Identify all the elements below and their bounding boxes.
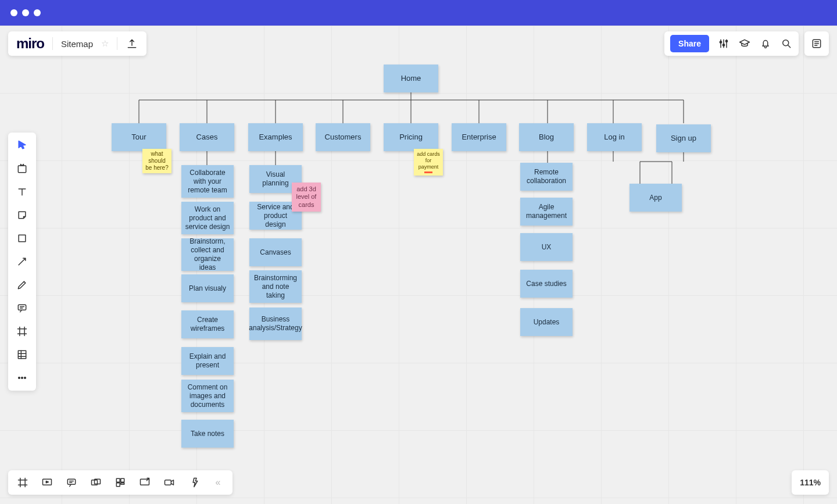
card-examples[interactable]: Examples [248, 123, 303, 151]
text-tool[interactable] [15, 185, 29, 199]
app-logo[interactable]: miro [16, 35, 44, 52]
shape-tool[interactable] [15, 231, 29, 245]
export-icon[interactable] [126, 37, 138, 50]
board-title[interactable]: Sitemap [61, 39, 93, 49]
card-customers[interactable]: Customers [316, 123, 370, 151]
cards-icon[interactable] [90, 476, 102, 489]
card-pricing[interactable]: Pricing [384, 123, 438, 151]
screen-share-icon[interactable] [138, 476, 151, 489]
card-app[interactable]: App [629, 184, 682, 212]
svg-point-30 [24, 377, 26, 379]
svg-rect-32 [67, 479, 75, 484]
svg-rect-35 [116, 478, 120, 482]
traffic-light-minimize[interactable] [22, 9, 29, 16]
card-blog-0[interactable]: Remote collaboration [520, 163, 573, 191]
zoom-level[interactable]: 111% [792, 470, 829, 495]
traffic-light-zoom[interactable] [34, 9, 41, 16]
pen-tool[interactable] [15, 278, 29, 292]
card-cases-5[interactable]: Explain and present [181, 347, 234, 375]
frame-tool[interactable] [15, 324, 29, 338]
window-chrome [0, 0, 837, 26]
toolbar [8, 133, 36, 391]
note-pricing[interactable]: add cards for payment [414, 149, 443, 176]
select-tool[interactable] [15, 138, 29, 152]
share-button[interactable]: Share [670, 35, 709, 52]
svg-rect-38 [121, 483, 124, 485]
star-icon[interactable]: ☆ [101, 38, 109, 49]
search-icon[interactable] [780, 37, 793, 50]
svg-rect-26 [18, 305, 26, 310]
card-login[interactable]: Log in [587, 123, 642, 151]
learn-icon[interactable] [738, 37, 751, 50]
note-text: add cards for payment [416, 151, 441, 170]
card-blog-3[interactable]: Case studies [520, 270, 573, 298]
board-header: miro Sitemap ☆ [8, 31, 146, 56]
divider [117, 37, 117, 50]
card-cases-0[interactable]: Collaborate with your remote team [181, 165, 234, 198]
svg-rect-40 [165, 480, 171, 485]
table-tool[interactable] [15, 348, 29, 362]
card-cases-3[interactable]: Plan visualy [181, 274, 234, 302]
line-tool[interactable] [15, 255, 29, 269]
note-tag [424, 171, 432, 173]
note-text: what should be here? [145, 151, 169, 171]
template-tool[interactable] [15, 162, 29, 176]
activity-icon[interactable] [187, 476, 200, 489]
note-text: add 3d level of cards [294, 185, 319, 209]
traffic-light-close[interactable] [10, 9, 17, 16]
svg-rect-37 [116, 483, 120, 487]
svg-point-19 [720, 41, 721, 43]
canvas[interactable] [0, 26, 837, 504]
card-cases[interactable]: Cases [180, 123, 234, 151]
chat-icon[interactable] [65, 476, 78, 489]
svg-point-21 [725, 40, 727, 42]
card-cases-4[interactable]: Create wireframes [181, 310, 234, 338]
divider [52, 37, 53, 50]
card-examples-2[interactable]: Canvases [249, 238, 302, 266]
card-home[interactable]: Home [384, 65, 438, 92]
card-tour[interactable]: Tour [112, 123, 166, 151]
card-cases-2[interactable]: Brainstorm, collect and organize ideas [181, 238, 234, 271]
svg-rect-27 [18, 351, 26, 358]
card-cases-7[interactable]: Take notes [181, 420, 234, 448]
card-examples-3[interactable]: Brainstorming and note taking [249, 270, 302, 303]
card-blog-4[interactable]: Updates [520, 308, 573, 336]
card-blog[interactable]: Blog [519, 123, 574, 151]
frames-icon[interactable] [16, 476, 29, 489]
svg-point-28 [19, 377, 20, 379]
svg-rect-36 [121, 478, 124, 482]
note-examples[interactable]: add 3d level of cards [292, 183, 321, 212]
more-tools[interactable] [15, 371, 29, 385]
svg-point-20 [722, 44, 724, 46]
settings-icon[interactable] [717, 37, 730, 50]
present-icon[interactable] [41, 476, 53, 489]
card-signup[interactable]: Sign up [656, 124, 711, 152]
svg-rect-24 [18, 166, 26, 173]
notes-panel-icon[interactable] [810, 37, 823, 50]
card-blog-1[interactable]: Agile management [520, 198, 573, 226]
bottom-toolbar: « [8, 470, 233, 495]
svg-point-29 [22, 377, 23, 379]
collapse-icon[interactable]: « [212, 476, 224, 489]
card-enterprise[interactable]: Enterprise [452, 123, 506, 151]
note-tour[interactable]: what should be here? [142, 149, 171, 173]
card-cases-1[interactable]: Work on product and service design [181, 202, 234, 234]
top-right-controls: Share [664, 31, 829, 56]
svg-rect-25 [19, 235, 26, 242]
card-cases-6[interactable]: Comment on images and documents [181, 380, 234, 412]
video-icon[interactable] [163, 476, 176, 489]
sticky-tool[interactable] [15, 208, 29, 222]
comment-tool[interactable] [15, 301, 29, 315]
grid-icon[interactable] [114, 476, 127, 489]
bell-icon[interactable] [759, 37, 772, 50]
card-examples-4[interactable]: Business analysis/Strategy [249, 308, 302, 340]
card-blog-2[interactable]: UX [520, 233, 573, 261]
